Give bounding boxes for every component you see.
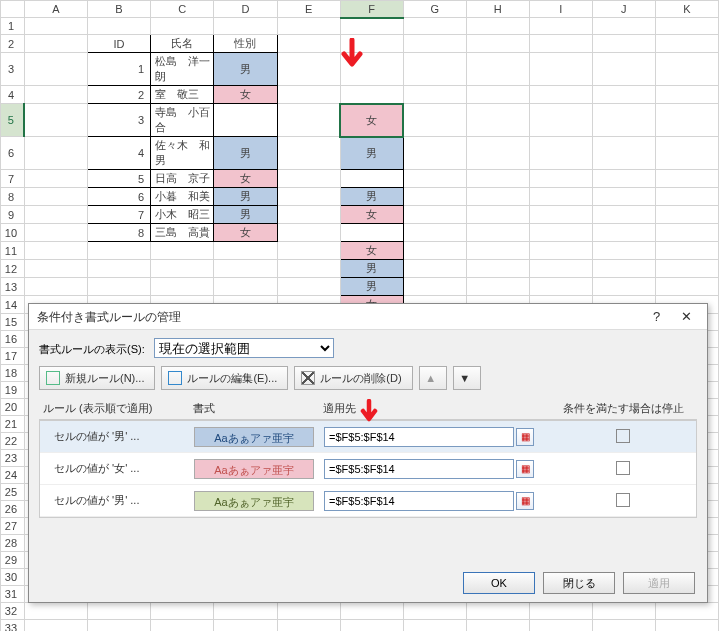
cell[interactable]: 女 [340, 206, 403, 224]
cell[interactable]: ID [87, 35, 150, 53]
col-header-g[interactable]: G [403, 1, 466, 18]
cell[interactable]: 女 [214, 224, 277, 242]
col-header-a[interactable]: A [24, 1, 87, 18]
row-header-20[interactable]: 20 [1, 399, 25, 416]
col-header-k[interactable]: K [655, 1, 718, 18]
cell[interactable] [655, 53, 718, 86]
row-header-32[interactable]: 32 [1, 603, 25, 620]
cell[interactable] [655, 137, 718, 170]
cell[interactable]: 2 [87, 86, 150, 104]
cell[interactable] [655, 35, 718, 53]
cell[interactable] [277, 35, 340, 53]
cell[interactable] [151, 278, 214, 296]
cell[interactable]: 6 [87, 188, 150, 206]
cell[interactable] [655, 86, 718, 104]
row-header-12[interactable]: 12 [1, 260, 25, 278]
cell[interactable] [277, 260, 340, 278]
cell[interactable] [340, 53, 403, 86]
cell[interactable] [214, 260, 277, 278]
cell[interactable] [24, 603, 87, 620]
rule-row[interactable]: セルの値が '男' ...Aaあぁアァ亜宇▦ [40, 485, 696, 517]
cell[interactable]: 寺島 小百合 [151, 104, 214, 137]
row-header-24[interactable]: 24 [1, 467, 25, 484]
cell[interactable] [466, 86, 529, 104]
apply-button[interactable]: 適用 [623, 572, 695, 594]
cell[interactable] [403, 242, 466, 260]
cell[interactable] [466, 188, 529, 206]
cell[interactable] [214, 603, 277, 620]
cell[interactable] [403, 620, 466, 632]
cell[interactable] [529, 137, 592, 170]
cell[interactable]: 1 [87, 53, 150, 86]
cell[interactable] [592, 53, 655, 86]
cell[interactable]: 日高 京子 [151, 170, 214, 188]
cell[interactable]: 男 [214, 206, 277, 224]
cell[interactable] [466, 603, 529, 620]
row-header-2[interactable]: 2 [1, 35, 25, 53]
cell[interactable] [403, 224, 466, 242]
row-header-7[interactable]: 7 [1, 170, 25, 188]
row-header-11[interactable]: 11 [1, 242, 25, 260]
cell[interactable]: 5 [87, 170, 150, 188]
range-selector-icon[interactable]: ▦ [516, 460, 534, 478]
close-button[interactable]: ✕ [673, 304, 699, 330]
cell[interactable] [340, 224, 403, 242]
row-header-9[interactable]: 9 [1, 206, 25, 224]
cell[interactable] [529, 620, 592, 632]
row-header-30[interactable]: 30 [1, 569, 25, 586]
cell[interactable] [592, 104, 655, 137]
cell[interactable] [24, 206, 87, 224]
cell[interactable] [151, 620, 214, 632]
move-down-button[interactable]: ▼ [453, 366, 481, 390]
row-header-28[interactable]: 28 [1, 535, 25, 552]
cell[interactable] [466, 242, 529, 260]
cell[interactable] [24, 86, 87, 104]
cell[interactable] [592, 35, 655, 53]
cell[interactable] [277, 278, 340, 296]
cell[interactable] [151, 260, 214, 278]
cell[interactable] [592, 242, 655, 260]
cell[interactable] [529, 35, 592, 53]
cell[interactable]: 男 [214, 137, 277, 170]
cell[interactable]: 松島 洋一朗 [151, 53, 214, 86]
cell[interactable] [403, 53, 466, 86]
cell[interactable] [403, 603, 466, 620]
cell[interactable] [214, 18, 277, 35]
cell[interactable]: 男 [340, 260, 403, 278]
cell[interactable] [592, 86, 655, 104]
cell[interactable] [24, 188, 87, 206]
cell[interactable] [277, 603, 340, 620]
cell[interactable] [277, 206, 340, 224]
cell[interactable] [151, 603, 214, 620]
cell[interactable] [24, 170, 87, 188]
row-header-14[interactable]: 14 [1, 296, 25, 314]
cell[interactable] [87, 278, 150, 296]
col-header-i[interactable]: I [529, 1, 592, 18]
cell[interactable] [592, 188, 655, 206]
cell[interactable] [214, 242, 277, 260]
row-header-31[interactable]: 31 [1, 586, 25, 603]
cell[interactable] [655, 224, 718, 242]
range-selector-icon[interactable]: ▦ [516, 428, 534, 446]
cell[interactable] [529, 603, 592, 620]
cell[interactable] [466, 35, 529, 53]
help-button[interactable]: ? [644, 304, 670, 330]
cell[interactable] [592, 603, 655, 620]
rule-row[interactable]: セルの値が '男' ...Aaあぁアァ亜宇▦ [40, 421, 696, 453]
cell[interactable] [592, 278, 655, 296]
close-dialog-button[interactable]: 閉じる [543, 572, 615, 594]
cell[interactable] [403, 260, 466, 278]
cell[interactable] [655, 188, 718, 206]
cell[interactable] [214, 104, 277, 137]
cell[interactable] [466, 260, 529, 278]
cell[interactable]: 男 [214, 53, 277, 86]
cell[interactable] [655, 603, 718, 620]
cell[interactable] [24, 224, 87, 242]
applies-to-input[interactable] [324, 427, 514, 447]
row-header-29[interactable]: 29 [1, 552, 25, 569]
cell[interactable] [466, 170, 529, 188]
select-all-corner[interactable] [1, 1, 25, 18]
cell[interactable] [529, 224, 592, 242]
cell[interactable] [403, 86, 466, 104]
row-header-13[interactable]: 13 [1, 278, 25, 296]
